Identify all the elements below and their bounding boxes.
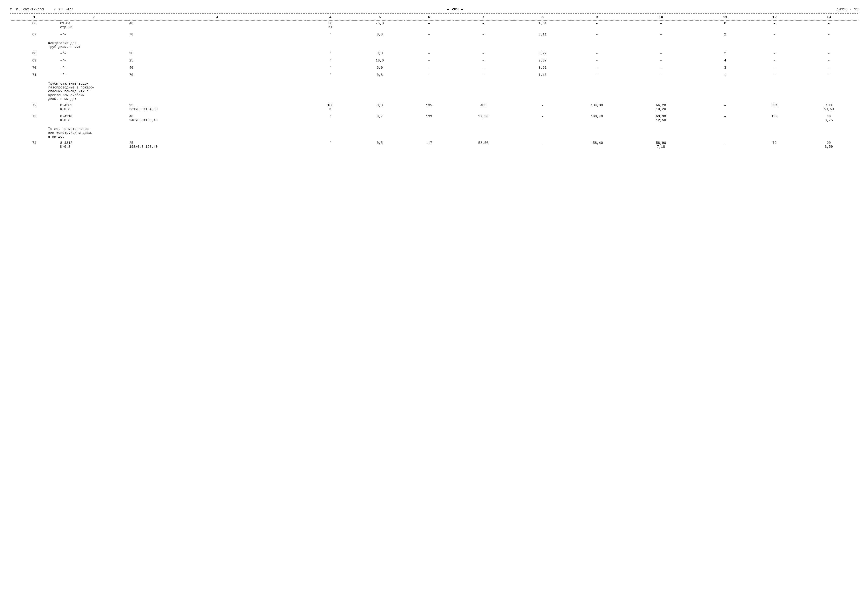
col6-val: –	[404, 58, 454, 63]
unit-col: "	[306, 114, 355, 123]
col5-val: 0,7	[355, 114, 404, 123]
row-number: 66	[10, 21, 59, 30]
row-number: 67	[10, 31, 59, 37]
col8-val: 0,22	[513, 50, 572, 56]
doc-ref: т. п. 262-12-151	[10, 7, 44, 12]
col9-val: –	[572, 21, 622, 30]
col8-val: –	[513, 114, 572, 123]
col8-val: –	[513, 140, 572, 150]
col9-val: –	[572, 65, 622, 70]
col13-val: 49 8,75	[799, 114, 858, 123]
col11-val: –	[700, 114, 750, 123]
col7-val: –	[453, 65, 513, 70]
description-col: 70	[128, 72, 306, 78]
description-col: 25 198х0,8=158,40	[128, 140, 306, 150]
description-col: 20	[128, 50, 306, 56]
col9-val: –	[572, 31, 622, 37]
description-col: 40	[128, 21, 306, 30]
col-header-8: 8	[513, 15, 572, 21]
row-number: 68	[10, 50, 59, 56]
col-header-13: 13	[799, 15, 858, 21]
ref-col: –"–	[59, 65, 128, 70]
description-col: 70	[128, 31, 306, 37]
col7-val: 58,50	[453, 140, 513, 150]
column-headers: 1 2 3 4 5 6 7 8 9 10 11 12 13	[10, 15, 858, 21]
col13-val: –	[799, 31, 858, 37]
row-number: 69	[10, 58, 59, 63]
col-header-3: 3	[128, 15, 306, 21]
description-col: 25	[128, 58, 306, 63]
col12-val: –	[750, 50, 799, 56]
col10-val: 66,20 10,20	[622, 102, 701, 112]
col13-val: 199 50,60	[799, 102, 858, 112]
col11-val: –	[700, 140, 750, 150]
group-label-row: Контргайки для труб диам. в мм:	[10, 39, 858, 50]
col9-val: –	[572, 72, 622, 78]
col9-val: 198,40	[572, 114, 622, 123]
col7-val: –	[453, 72, 513, 78]
unit-col: "	[306, 50, 355, 56]
row-number: 73	[10, 114, 59, 123]
col7-val: 405	[453, 102, 513, 112]
col10-val: 58,90 7,18	[622, 140, 701, 150]
group-label-row: Трубы стальные водо- газопроводные в пож…	[10, 79, 858, 102]
unit-col: 100 М	[306, 102, 355, 112]
col12-val: –	[750, 65, 799, 70]
col13-val: –	[799, 72, 858, 78]
col7-val: –	[453, 50, 513, 56]
col-header-6: 6	[404, 15, 454, 21]
col8-val: 0,37	[513, 58, 572, 63]
col-header-5: 5	[355, 15, 404, 21]
unit-col: "	[306, 31, 355, 37]
col-header-1: 1	[10, 15, 59, 21]
col11-val: 2	[700, 31, 750, 37]
col5-val: 0,8	[355, 72, 404, 78]
col9-val: –	[572, 50, 622, 56]
unit-col: "	[306, 140, 355, 150]
col5-val: 10,0	[355, 58, 404, 63]
col13-val: 29 3,59	[799, 140, 858, 150]
table-row: 748-4312 К-0,825 198х0,8=158,40"0,511758…	[10, 140, 858, 150]
col11-val: 8	[700, 21, 750, 30]
col6-val: –	[404, 72, 454, 78]
col7-val: –	[453, 58, 513, 63]
row-number: 74	[10, 140, 59, 150]
col6-val: –	[404, 65, 454, 70]
ref-col: –"–	[59, 50, 128, 56]
col-header-10: 10	[622, 15, 701, 21]
ref-col: 8-4312 К-0,8	[59, 140, 128, 150]
col8-val: 1,46	[513, 72, 572, 78]
col7-val: –	[453, 31, 513, 37]
col10-val: 69,90 12,50	[622, 114, 701, 123]
col6-val: 117	[404, 140, 454, 150]
row-number: 71	[10, 72, 59, 78]
col6-val: –	[404, 21, 454, 30]
main-table: 1 2 3 4 5 6 7 8 9 10 11 12 13 6601-04 ст…	[10, 15, 858, 151]
col13-val: –	[799, 65, 858, 70]
table-row: 6601-04 стр.2540ПО ИТ·5,0––1,61––8––	[10, 21, 858, 30]
col9-val: –	[572, 58, 622, 63]
ref-col: –"–	[59, 72, 128, 78]
col5-val: 0,8	[355, 31, 404, 37]
unit-col: "	[306, 72, 355, 78]
table-row: 71–"–70"0,8––1,46––1––	[10, 72, 858, 78]
group-description: То же, по металличес- ким конструкциям д…	[10, 125, 858, 140]
col9-val: 184,80	[572, 102, 622, 112]
col5-val: 0,5	[355, 140, 404, 150]
row-number: 72	[10, 102, 59, 112]
unit-col: ПО ИТ	[306, 21, 355, 30]
page-number: – 209 –	[447, 7, 463, 12]
ref-col: 8-4309 К-0,8	[59, 102, 128, 112]
col12-val: –	[750, 72, 799, 78]
col12-val: –	[750, 58, 799, 63]
col11-val: –	[700, 102, 750, 112]
col-header-11: 11	[700, 15, 750, 21]
page-header: т. п. 262-12-151 ( ХП )4// – 209 – 14396…	[10, 7, 858, 12]
col10-val: –	[622, 50, 701, 56]
col12-val: 554	[750, 102, 799, 112]
group-description: Контргайки для труб диам. в мм:	[10, 39, 858, 50]
table-row: 69–"–25"10,0––0,37––4––	[10, 58, 858, 63]
row-spacer	[10, 150, 858, 151]
col6-val: –	[404, 50, 454, 56]
col10-val: –	[622, 72, 701, 78]
